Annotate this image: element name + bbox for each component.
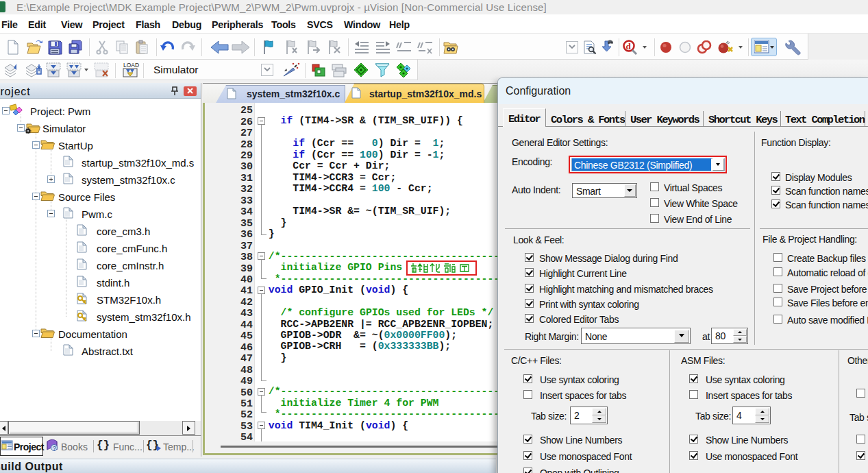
svg-text:LOAD: LOAD — [123, 62, 139, 69]
svg-text:?: ? — [53, 445, 56, 452]
svg-text:d: d — [626, 41, 632, 51]
